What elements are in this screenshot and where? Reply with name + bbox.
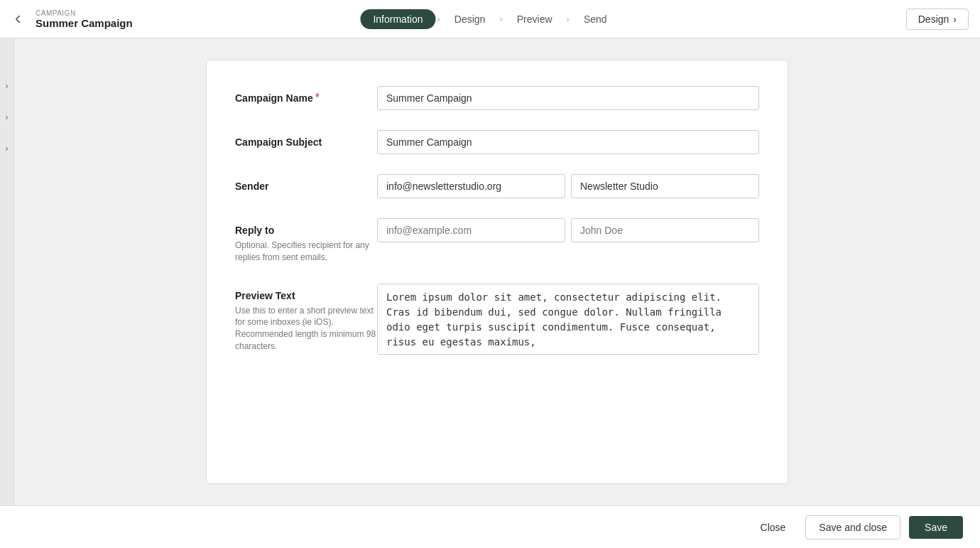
step-send[interactable]: Send: [571, 9, 620, 29]
preview-text-input-col: Lorem ipsum dolor sit amet, consectetur …: [377, 284, 759, 358]
sidebar-collapse-1[interactable]: ›: [6, 81, 9, 91]
design-top-button-label: Design: [918, 14, 949, 25]
step-information[interactable]: Information: [360, 9, 435, 29]
reply-to-input-col: [377, 218, 759, 242]
sender-email-input[interactable]: [377, 174, 565, 198]
preview-text-label-col: Preview Text Use this to enter a short p…: [235, 284, 377, 353]
preview-text-row: Preview Text Use this to enter a short p…: [235, 284, 759, 358]
sidebar: › › ›: [0, 38, 14, 548]
reply-to-hint: Optional. Specifies recipient for any re…: [235, 240, 377, 264]
campaign-name-required: *: [315, 92, 320, 104]
preview-text-hint: Use this to enter a short preview text f…: [235, 305, 377, 353]
sidebar-collapse-3[interactable]: ›: [6, 144, 9, 154]
campaign-info: CAMPAIGN Summer Campaign: [36, 9, 133, 29]
campaign-subject-row: Campaign Subject: [235, 130, 759, 154]
reply-to-label-col: Reply to Optional. Specifies recipient f…: [235, 218, 377, 264]
sidebar-collapse-2[interactable]: ›: [6, 112, 9, 122]
step-design[interactable]: Design: [442, 9, 499, 29]
campaign-subject-label-col: Campaign Subject: [235, 130, 377, 149]
reply-to-label: Reply to: [235, 225, 274, 236]
step-preview[interactable]: Preview: [504, 9, 565, 29]
footer: Close Save and close Save: [0, 505, 980, 548]
preview-text-label: Preview Text: [235, 290, 295, 301]
step-arrow-3: ›: [567, 14, 570, 24]
step-information-label: Information: [360, 9, 435, 29]
sender-label: Sender: [235, 181, 268, 192]
campaign-subject-input[interactable]: [377, 130, 759, 154]
campaign-name: Summer Campaign: [36, 17, 133, 29]
chevron-right-icon: ›: [953, 14, 957, 25]
reply-to-email-input[interactable]: [377, 218, 565, 242]
sender-input-col: [377, 174, 759, 198]
campaign-subject-label: Campaign Subject: [235, 136, 322, 148]
step-arrow-1: ›: [437, 14, 440, 24]
campaign-name-label-col: Campaign Name*: [235, 86, 377, 104]
step-send-label: Send: [571, 9, 620, 29]
campaign-subject-input-col: [377, 130, 759, 154]
sender-label-col: Sender: [235, 174, 377, 193]
campaign-name-label: Campaign Name: [235, 92, 313, 104]
header: CAMPAIGN Summer Campaign Information › D…: [0, 0, 980, 38]
back-button[interactable]: [11, 13, 24, 26]
save-and-close-button[interactable]: Save and close: [805, 515, 900, 539]
sender-input-pair: [377, 174, 759, 198]
sender-row: Sender: [235, 174, 759, 198]
campaign-label: CAMPAIGN: [36, 9, 133, 17]
design-top-button[interactable]: Design ›: [906, 9, 969, 30]
preview-text-textarea[interactable]: Lorem ipsum dolor sit amet, consectetur …: [377, 284, 759, 355]
close-button[interactable]: Close: [749, 516, 797, 539]
step-arrow-2: ›: [499, 14, 502, 24]
reply-to-row: Reply to Optional. Specifies recipient f…: [235, 218, 759, 264]
form-card: Campaign Name* Campaign Subject Sender: [206, 60, 788, 484]
reply-to-input-pair: [377, 218, 759, 242]
stepper-nav: Information › Design › Preview › Send: [360, 9, 619, 29]
main-content: Campaign Name* Campaign Subject Sender: [14, 38, 980, 505]
step-preview-label: Preview: [504, 9, 565, 29]
campaign-name-input[interactable]: [377, 86, 759, 110]
campaign-name-input-col: [377, 86, 759, 110]
sender-name-input[interactable]: [571, 174, 759, 198]
save-button[interactable]: Save: [909, 516, 963, 539]
step-design-label: Design: [442, 9, 499, 29]
reply-to-name-input[interactable]: [571, 218, 759, 242]
campaign-name-row: Campaign Name*: [235, 86, 759, 110]
